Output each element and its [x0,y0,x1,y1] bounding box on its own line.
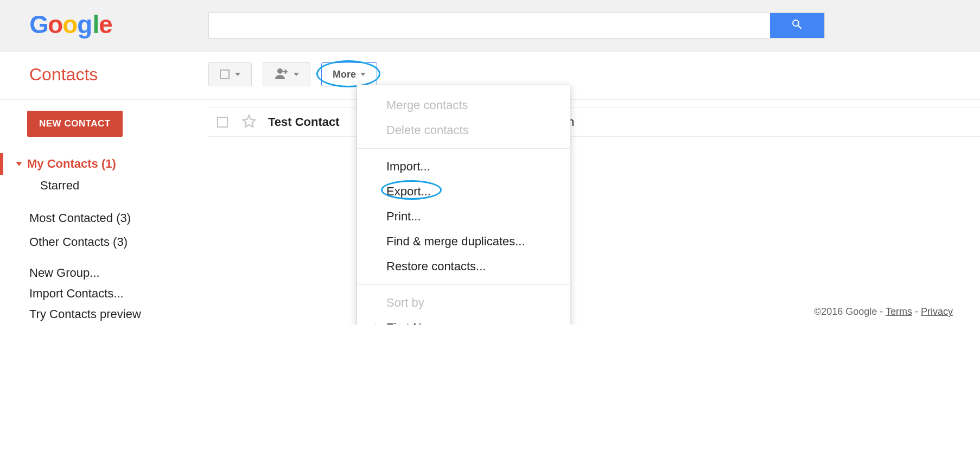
menu-item-label: Export... [386,185,431,198]
footer-privacy-link[interactable]: Privacy [921,306,953,317]
select-all-button[interactable] [208,62,252,86]
add-person-icon [274,67,289,81]
svg-text:o: o [48,11,63,39]
checkbox-icon [220,69,230,79]
sidebar-item-import-contacts[interactable]: Import Contacts... [0,283,208,304]
sidebar-item-label: Import Contacts... [29,287,124,301]
header-bar: G o o g l e [0,0,980,52]
menu-item-restore[interactable]: Restore contacts... [357,254,570,279]
menu-separator [357,148,570,149]
menu-item-find-duplicates[interactable]: Find & merge duplicates... [357,229,570,254]
menu-item-import[interactable]: Import... [357,154,570,179]
page-title: Contacts [29,65,208,85]
sidebar-item-my-contacts[interactable]: My Contacts (1) [0,153,208,175]
footer-copyright: ©2016 Google [814,306,877,317]
menu-separator [357,284,570,285]
sidebar-item-try-preview[interactable]: Try Contacts preview [0,304,208,325]
sidebar-item-most-contacted[interactable]: Most Contacted (3) [0,206,208,230]
svg-text:G: G [29,11,49,39]
google-logo[interactable]: G o o g l e [29,11,116,40]
svg-point-6 [277,68,283,74]
menu-item-sort-first-name[interactable]: First Name [357,315,570,325]
sidebar-item-starred[interactable]: Starred [0,175,208,196]
footer-terms-link[interactable]: Terms [886,306,912,317]
search-button[interactable] [770,13,824,38]
sidebar-item-other-contacts[interactable]: Other Contacts (3) [0,230,208,254]
sidebar-item-new-group[interactable]: New Group... [0,263,208,283]
check-icon [367,322,378,325]
menu-item-merge: Merge contacts [357,93,570,118]
menu-heading-sort-by: Sort by [357,290,570,315]
more-button[interactable]: More [321,62,377,86]
sidebar-item-label: My Contacts (1) [27,157,116,171]
menu-item-label: First Name [386,321,445,325]
contact-name: Test Contact [268,115,340,129]
searchbar [208,12,825,39]
sidebar-item-label: Try Contacts preview [29,307,141,321]
sidebar-item-label: Other Contacts (3) [29,235,128,249]
search-icon [791,18,804,33]
sidebar-item-label: New Group... [29,266,100,280]
content-area: Test Contact n Merge contacts Delete con… [208,100,980,325]
svg-text:o: o [62,11,78,39]
menu-item-delete: Delete contacts [357,118,570,143]
svg-text:e: e [99,11,112,39]
svg-text:l: l [92,11,99,39]
sidebar: NEW CONTACT My Contacts (1) Starred Most… [0,100,208,325]
add-to-group-button[interactable] [263,62,310,86]
more-menu: Merge contacts Delete contacts Import...… [357,85,570,325]
checkbox-icon[interactable] [217,117,228,128]
dropdown-caret-icon [235,73,240,76]
search-input[interactable] [209,13,770,38]
more-button-label: More [333,69,356,80]
star-icon[interactable] [242,114,256,130]
menu-item-print[interactable]: Print... [357,204,570,229]
menu-item-export[interactable]: Export... [357,179,570,204]
dropdown-caret-icon [360,73,366,76]
sidebar-item-label: Most Contacted (3) [29,211,131,225]
sidebar-item-label: Starred [40,179,79,193]
dropdown-caret-icon [294,73,299,76]
svg-text:g: g [77,11,92,39]
contact-row[interactable]: Test Contact [208,107,980,137]
footer: ©2016 Google - Terms - Privacy [814,306,953,318]
new-contact-button[interactable]: NEW CONTACT [27,111,123,137]
triangle-down-icon [16,162,22,166]
